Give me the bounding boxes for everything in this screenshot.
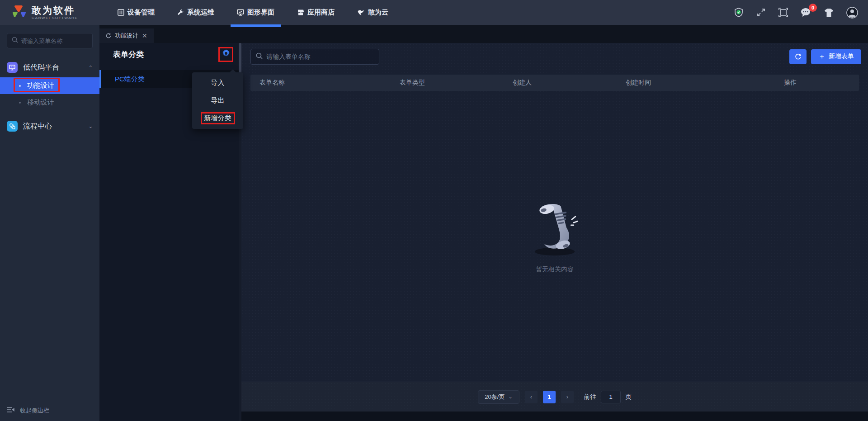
nav-label: 敢为云	[368, 8, 388, 17]
store-icon	[297, 9, 304, 16]
page-size-select[interactable]: 20条/页 ⌄	[478, 390, 519, 404]
sidebar-group-process-center[interactable]: 流程中心 ⌄	[0, 116, 99, 136]
navbar-actions: 0	[733, 7, 868, 19]
form-list-main: ＋ 新增表单 表单名称 表单类型 创建人 创建时间 操作	[241, 43, 868, 421]
column-header: 创建时间	[617, 79, 775, 87]
chevron-up-icon: ⌃	[89, 65, 93, 71]
sidebar-item-label: 移动设计	[27, 98, 54, 107]
panel-title: 表单分类	[113, 49, 144, 60]
next-page-button[interactable]: ›	[561, 391, 574, 403]
message-count-badge: 0	[809, 4, 817, 12]
menu-item-import[interactable]: 导入	[192, 74, 243, 92]
empty-scroll-illustration	[521, 199, 589, 259]
sidebar-item-function-design[interactable]: 功能设计	[0, 77, 99, 94]
nav-label: 图形界面	[247, 8, 274, 17]
process-center-icon	[7, 121, 18, 132]
form-search-box	[250, 49, 379, 65]
sidebar-group-label: 流程中心	[23, 122, 83, 131]
add-form-label: 新增表单	[829, 52, 854, 61]
refresh-button[interactable]	[789, 49, 807, 64]
bullet-dot	[19, 85, 21, 87]
wrench-icon	[177, 9, 184, 16]
nav-item-appstore[interactable]: 应用商店	[297, 0, 335, 25]
collapse-label: 收起侧边栏	[20, 407, 49, 415]
collapse-icon	[7, 407, 14, 415]
tab-label: 功能设计	[115, 32, 138, 40]
column-header: 操作	[775, 79, 859, 87]
search-icon	[256, 52, 263, 61]
menu-item-add-category[interactable]: 新增分类	[192, 109, 243, 127]
tab-refresh-icon[interactable]	[106, 33, 111, 38]
menu-item-label: 导入	[211, 79, 225, 87]
sidebar-footer: 收起侧边栏	[0, 400, 99, 421]
security-shield-icon[interactable]	[733, 7, 744, 18]
tab-function-design[interactable]: 功能设计 ✕	[99, 28, 154, 43]
fullscreen-icon[interactable]	[756, 7, 766, 18]
messages-icon[interactable]: 0	[800, 7, 811, 18]
theme-shirt-icon[interactable]	[823, 8, 835, 18]
nav-item-graphic[interactable]: 图形界面	[237, 0, 274, 25]
column-header: 创建人	[504, 79, 617, 87]
form-category-panel: 表单分类 PC端分类 导入	[99, 43, 241, 421]
chevron-down-icon: ⌄	[508, 394, 512, 400]
nav-label: 系统运维	[187, 8, 214, 17]
empty-state: 暂无相关内容	[241, 91, 868, 382]
gear-icon[interactable]	[222, 49, 230, 59]
device-grid-icon	[118, 9, 124, 16]
page-size-label: 20条/页	[485, 393, 505, 401]
brand-logo: 敢为软件 GANWEI SOFTWARE	[0, 5, 99, 21]
bird-cloud-icon	[357, 9, 365, 16]
category-settings-annotation	[218, 47, 233, 62]
sidebar-group-label: 低代码平台	[23, 63, 83, 72]
logo-title: 敢为软件	[32, 5, 78, 15]
page-unit-label: 页	[625, 393, 632, 401]
menu-search-input[interactable]	[21, 38, 85, 44]
bullet-dot	[19, 102, 21, 104]
goto-label: 前往	[584, 393, 596, 401]
prev-page-button[interactable]: ‹	[525, 391, 538, 403]
user-avatar[interactable]	[846, 7, 858, 19]
screenshot-frame-icon[interactable]	[778, 7, 788, 18]
category-settings-menu: 导入 导出 新增分类	[192, 72, 243, 129]
menu-item-label: 新增分类	[204, 114, 231, 122]
sidebar-item-label: 功能设计	[27, 81, 54, 90]
empty-text: 暂无相关内容	[536, 265, 574, 274]
menu-search-box	[7, 33, 93, 48]
pagination-bar: 20条/页 ⌄ ‹ 1 › 前往 页	[241, 382, 868, 412]
top-navbar: 敢为软件 GANWEI SOFTWARE 设备管理 系统运维 图形界面	[0, 0, 868, 25]
add-form-button[interactable]: ＋ 新增表单	[811, 49, 861, 64]
left-sidebar: 低代码平台 ⌃ 功能设计 移动设计 流程中心 ⌄	[0, 25, 99, 421]
form-search-input[interactable]	[266, 53, 374, 60]
menu-item-export[interactable]: 导出	[192, 92, 243, 109]
menu-item-label: 导出	[211, 96, 225, 105]
nav-label: 应用商店	[307, 8, 335, 17]
logo-subtitle: GANWEI SOFTWARE	[32, 16, 78, 20]
search-icon	[12, 37, 18, 45]
sidebar-group-lowcode[interactable]: 低代码平台 ⌃	[0, 57, 99, 77]
collapse-sidebar-button[interactable]: 收起侧边栏	[0, 400, 99, 421]
ganwei-logo-icon	[11, 5, 27, 21]
form-table-header: 表单名称 表单类型 创建人 创建时间 操作	[250, 75, 859, 91]
nav-item-cloud[interactable]: 敢为云	[357, 0, 388, 25]
column-header: 表单类型	[391, 79, 504, 87]
sidebar-item-mobile-design[interactable]: 移动设计	[0, 94, 99, 111]
plus-icon: ＋	[818, 53, 826, 60]
nav-item-device[interactable]: 设备管理	[118, 0, 155, 25]
nav-item-ops[interactable]: 系统运维	[177, 0, 214, 25]
column-header: 表单名称	[250, 79, 391, 87]
bottom-strip	[241, 412, 868, 421]
main-nav: 设备管理 系统运维 图形界面 应用商店 敢为云	[118, 0, 388, 25]
chevron-down-icon: ⌄	[89, 123, 93, 129]
lowcode-platform-icon	[7, 62, 18, 73]
monitor-icon	[237, 9, 244, 16]
goto-page-input[interactable]	[601, 391, 621, 403]
category-item-label: PC端分类	[115, 75, 145, 84]
annotation-box-add-category: 新增分类	[201, 112, 235, 124]
tab-bar: 功能设计 ✕	[99, 25, 868, 43]
tab-close-icon[interactable]: ✕	[142, 32, 147, 39]
nav-label: 设备管理	[127, 8, 155, 17]
current-page-button[interactable]: 1	[543, 391, 556, 403]
